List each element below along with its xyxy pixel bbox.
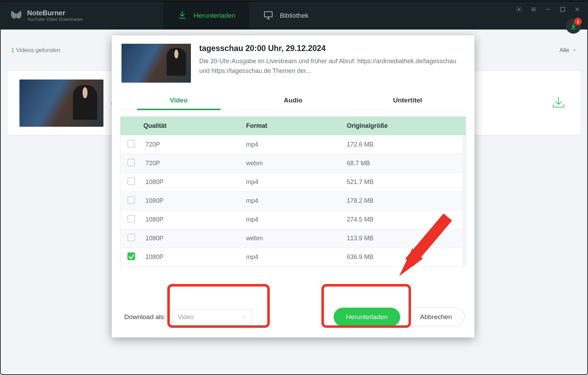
download-as-label: Download als: — [124, 313, 166, 321]
quality-row[interactable]: 720Pwebm68.7 MB — [120, 154, 466, 173]
row-size: 172.6 MB — [343, 135, 466, 154]
video-thumbnail — [19, 80, 103, 127]
app-name: NoteBurner — [27, 9, 83, 17]
table-scrollbar[interactable] — [462, 135, 466, 266]
col-format: Format — [243, 117, 343, 135]
row-quality: 1080P — [142, 173, 243, 192]
row-checkbox[interactable] — [127, 234, 135, 241]
close-icon[interactable] — [573, 6, 581, 13]
filter-label: Alle — [560, 47, 569, 54]
quality-row[interactable]: 1080Pmp4178.2 MB — [120, 192, 466, 210]
quality-row[interactable]: 720Pmp4172.6 MB — [120, 135, 466, 154]
download-icon — [177, 10, 187, 22]
tab-video[interactable]: Video — [121, 92, 236, 110]
nav-download-label: Herunterladen — [194, 12, 235, 19]
tab-audio[interactable]: Audio — [236, 92, 351, 110]
modal-video-description: Die 20-Uhr-Ausgabe im Livestream und frü… — [199, 57, 465, 76]
download-video-button[interactable] — [551, 95, 566, 111]
row-quality: 1080P — [142, 210, 243, 229]
modal-video-title: tagesschau 20:00 Uhr, 29.12.2024 — [199, 44, 465, 53]
row-size: 68.7 MB — [343, 154, 466, 173]
nav-library-tab[interactable]: Bibliothek — [249, 2, 322, 30]
svg-rect-0 — [264, 11, 272, 17]
row-quality: 1080P — [142, 248, 243, 267]
row-format: webm — [243, 154, 343, 173]
quality-row[interactable]: 1080Pmp4274.5 MB — [120, 210, 466, 229]
row-size: 178.2 MB — [343, 192, 466, 210]
svg-point-1 — [518, 9, 520, 10]
row-format: mp4 — [243, 210, 343, 229]
cancel-button[interactable]: Abbrechen — [407, 308, 465, 326]
filter-dropdown[interactable]: Alle — [560, 47, 577, 54]
modal-thumbnail — [121, 44, 191, 83]
download-as-select[interactable]: Video — [173, 309, 252, 325]
nav-download-tab[interactable]: Herunterladen — [163, 2, 249, 30]
row-quality: 1080P — [142, 229, 243, 248]
results-count-text: 1 Videos gefunden — [11, 47, 60, 54]
download-queue-count: 1 — [574, 18, 582, 25]
menu-icon[interactable] — [530, 6, 537, 13]
row-quality: 720P — [142, 135, 243, 154]
row-checkbox[interactable] — [127, 215, 135, 223]
row-quality: 1080P — [142, 192, 243, 210]
svg-rect-2 — [561, 7, 565, 11]
quality-row[interactable]: 1080Pwebm113.9 MB — [120, 229, 466, 248]
minimize-icon[interactable] — [544, 6, 552, 13]
row-format: webm — [243, 229, 343, 248]
quality-row[interactable]: 1080Pmp4521.7 MB — [120, 173, 466, 192]
row-checkbox[interactable] — [127, 177, 135, 185]
app-logo: NoteBurner YouTube Video Downloader — [0, 9, 163, 22]
quality-row[interactable]: 1080Pmp4636.9 MB — [120, 248, 466, 267]
nav-library-label: Bibliothek — [280, 12, 308, 19]
row-checkbox[interactable] — [127, 140, 135, 148]
tab-subtitles[interactable]: Untertitel — [350, 92, 465, 110]
row-checkbox[interactable] — [127, 159, 135, 166]
row-format: mp4 — [243, 135, 343, 154]
row-checkbox[interactable] — [127, 252, 135, 260]
col-size: Originalgröße — [343, 117, 466, 135]
row-format: mp4 — [243, 192, 343, 210]
row-size: 521.7 MB — [343, 173, 466, 192]
col-quality: Qualität — [142, 117, 243, 135]
download-options-dialog: tagesschau 20:00 Uhr, 29.12.2024 Die 20-… — [112, 35, 474, 338]
row-format: mp4 — [243, 248, 343, 267]
download-queue-button[interactable]: 1 — [566, 18, 581, 34]
row-quality: 720P — [142, 154, 243, 173]
row-size: 113.9 MB — [343, 229, 466, 248]
row-format: mp4 — [243, 173, 343, 192]
monitor-icon — [263, 10, 274, 22]
settings-gear-icon[interactable] — [515, 6, 523, 13]
row-size: 274.5 MB — [343, 210, 466, 229]
app-subtitle: YouTube Video Downloader — [27, 17, 83, 22]
download-as-value: Video — [178, 314, 194, 321]
maximize-icon[interactable] — [559, 6, 566, 13]
quality-table: Qualität Format Originalgröße 720Pmp4172… — [120, 116, 466, 267]
row-size: 636.9 MB — [343, 248, 466, 267]
noteburner-icon — [10, 9, 23, 22]
download-button[interactable]: Herunterladen — [334, 308, 400, 326]
row-checkbox[interactable] — [127, 196, 135, 204]
